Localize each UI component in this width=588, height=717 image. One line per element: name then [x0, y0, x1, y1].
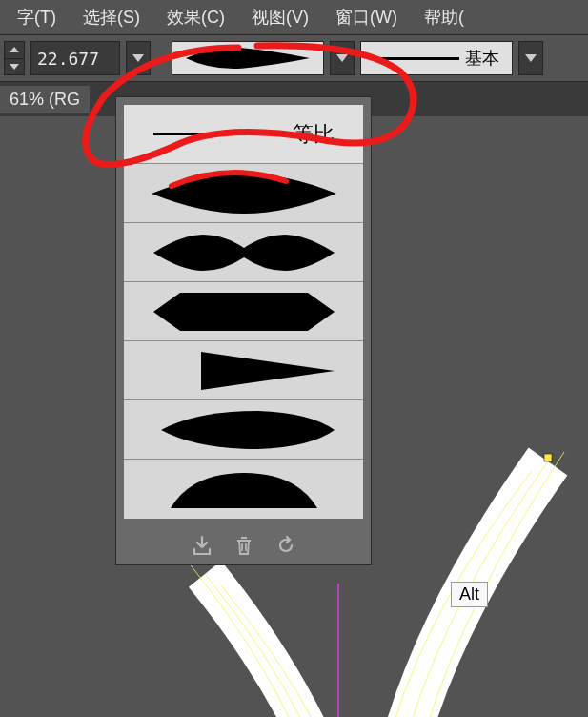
profile-3[interactable] [124, 282, 363, 341]
profile-4[interactable] [124, 341, 363, 400]
profile-uniform-label: 等比 [293, 120, 335, 149]
brush-swatch[interactable]: 基本 [360, 41, 513, 75]
stroke-width-input[interactable] [30, 41, 120, 75]
width-profile-panel: 等比 [115, 96, 372, 565]
profile-2[interactable] [124, 223, 363, 282]
svg-rect-0 [544, 454, 552, 461]
stroke-width-stepper[interactable] [4, 41, 25, 75]
brush-label: 基本 [465, 47, 499, 70]
menu-bar: 字(T) 选择(S) 效果(C) 视图(V) 窗口(W) 帮助( [0, 0, 588, 34]
stroke-width-dropdown[interactable] [126, 41, 151, 75]
brush-dropdown[interactable] [518, 41, 543, 75]
profile-2-preview [144, 229, 344, 277]
profile-4-preview [144, 347, 344, 395]
profile-5[interactable] [124, 400, 363, 460]
brush-preview-line [374, 57, 459, 60]
menu-effect[interactable]: 效果(C) [153, 2, 238, 32]
stepper-up-icon[interactable] [5, 42, 24, 59]
profile-uniform-preview [153, 133, 277, 135]
profile-1-preview [144, 170, 344, 217]
profile-uniform[interactable]: 等比 [124, 105, 363, 164]
menu-type[interactable]: 字(T) [4, 2, 70, 32]
menu-select[interactable]: 选择(S) [70, 2, 153, 32]
menu-view[interactable]: 视图(V) [238, 2, 322, 32]
width-profile-footer [116, 526, 371, 564]
width-profile-dropdown[interactable] [330, 41, 355, 75]
profile-1[interactable] [124, 164, 363, 223]
width-profile-list: 等比 [124, 105, 363, 519]
stepper-down-icon[interactable] [5, 59, 24, 75]
menu-window[interactable]: 窗口(W) [322, 2, 411, 32]
options-bar: 基本 [0, 34, 588, 82]
profile-5-preview [144, 406, 344, 454]
width-profile-swatch[interactable] [172, 41, 324, 75]
profile-3-preview [144, 288, 344, 336]
profile-6-preview [144, 465, 344, 513]
delete-profile-icon[interactable] [233, 535, 254, 556]
document-tab[interactable]: 61% (RG [0, 86, 90, 113]
profile-6[interactable] [124, 460, 363, 519]
menu-help[interactable]: 帮助( [411, 2, 477, 32]
save-profile-icon[interactable] [192, 535, 213, 556]
reset-profile-icon[interactable] [275, 535, 296, 556]
alt-key-tooltip: Alt [451, 582, 488, 607]
